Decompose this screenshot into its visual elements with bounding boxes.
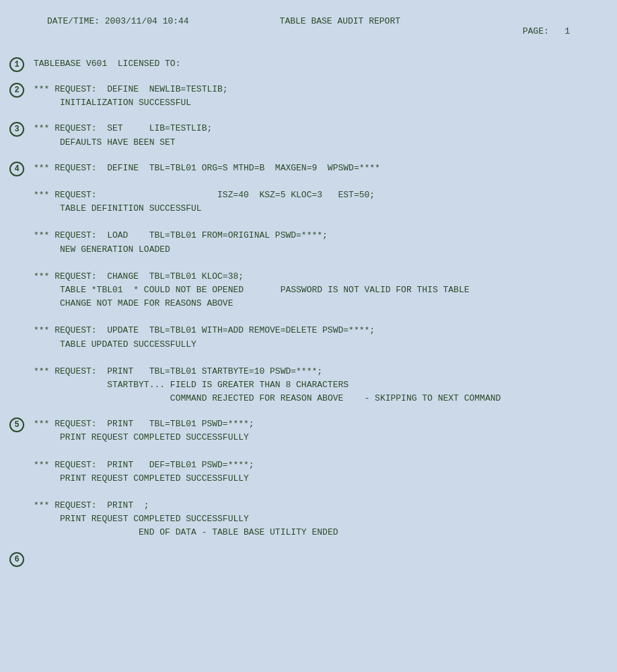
section-content-4: *** REQUEST: DEFINE TBL=TBL01 ORG=S MTHD… xyxy=(34,159,617,409)
section-5: 5*** REQUEST: PRINT TBL=TBL01 PSWD=****;… xyxy=(0,413,617,543)
circle-2: 2 xyxy=(9,83,24,98)
section-6: 6 xyxy=(0,548,617,570)
section-content-2: *** REQUEST: DEFINE NEWLIB=TESTLIB; INIT… xyxy=(34,80,617,112)
circle-1: 1 xyxy=(9,57,24,72)
section-content-1: TABLEBASE V601 LICENSED TO: xyxy=(34,55,617,73)
page-container: DATE/TIME: 2003/11/04 10:44 TABLE BASE A… xyxy=(0,7,617,672)
section-content-3: *** REQUEST: SET LIB=TESTLIB; DEFAULTS H… xyxy=(34,119,617,152)
section-number-6: 6 xyxy=(0,549,34,567)
header-datetime: DATE/TIME: 2003/11/04 10:44 xyxy=(47,16,189,46)
section-1: 1TABLEBASE V601 LICENSED TO: xyxy=(0,53,617,75)
circle-5: 5 xyxy=(9,417,24,432)
circle-4: 4 xyxy=(9,162,24,176)
content-area: 1TABLEBASE V601 LICENSED TO:2*** REQUEST… xyxy=(0,51,617,572)
section-number-1: 1 xyxy=(0,55,34,72)
section-number-4: 4 xyxy=(0,159,34,176)
section-number-3: 3 xyxy=(0,119,34,137)
section-number-2: 2 xyxy=(0,80,34,98)
circle-3: 3 xyxy=(9,122,24,137)
section-4: 4*** REQUEST: DEFINE TBL=TBL01 ORG=S MTH… xyxy=(0,158,617,410)
section-content-6 xyxy=(34,549,617,568)
section-2: 2*** REQUEST: DEFINE NEWLIB=TESTLIB; INI… xyxy=(0,79,617,114)
circle-6: 6 xyxy=(9,552,24,567)
section-3: 3*** REQUEST: SET LIB=TESTLIB; DEFAULTS … xyxy=(0,118,617,153)
header-title: TABLE BASE AUDIT REPORT xyxy=(280,16,400,46)
section-content-5: *** REQUEST: PRINT TBL=TBL01 PSWD=****; … xyxy=(34,415,617,542)
report-header: DATE/TIME: 2003/11/04 10:44 TABLE BASE A… xyxy=(0,12,617,51)
header-page: PAGE: 1 xyxy=(491,16,570,46)
section-number-5: 5 xyxy=(0,415,34,432)
